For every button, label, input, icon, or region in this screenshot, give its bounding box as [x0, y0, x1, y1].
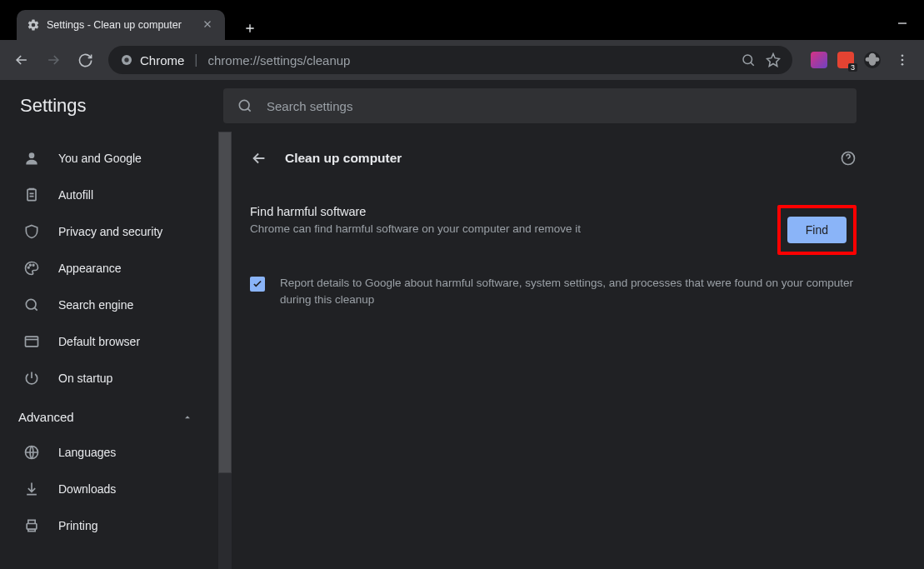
svg-point-2 — [743, 55, 752, 64]
sidebar-item-languages[interactable]: Languages — [0, 434, 217, 471]
page-content: Settings You and Google Autof — [0, 80, 924, 569]
bookmark-star-icon[interactable] — [766, 52, 781, 67]
report-details-row[interactable]: Report details to Google about harmful s… — [250, 270, 857, 314]
find-harmful-sub: Chrome can find harmful software on your… — [250, 222, 581, 237]
sidebar-item-label: Printing — [58, 519, 97, 532]
chip-separator: | — [194, 52, 197, 67]
extensions-area: 3 — [811, 52, 881, 68]
find-button[interactable]: Find — [787, 217, 847, 243]
report-checkbox-label: Report details to Google about harmful s… — [280, 275, 857, 309]
svg-rect-13 — [26, 337, 38, 347]
sidebar-item-downloads[interactable]: Downloads — [0, 471, 217, 507]
settings-search-input[interactable] — [267, 99, 843, 113]
url-text: chrome://settings/cleanup — [208, 53, 351, 67]
browser-icon — [23, 333, 40, 350]
svg-point-12 — [26, 299, 36, 309]
site-chip: Chrome — [120, 53, 184, 67]
settings-main: Clean up computer Find harmful software … — [232, 132, 924, 569]
palette-icon — [23, 260, 40, 277]
advanced-label: Advanced — [18, 410, 74, 424]
power-icon — [23, 370, 40, 387]
browser-titlebar: Settings - Clean up computer — [0, 0, 924, 40]
svg-point-10 — [30, 264, 32, 266]
sidebar-advanced-toggle[interactable]: Advanced — [0, 397, 217, 434]
svg-point-6 — [239, 100, 249, 110]
extension-1[interactable] — [811, 52, 827, 68]
nav-forward-button[interactable] — [40, 47, 67, 73]
sidebar-item-on-startup[interactable]: On startup — [0, 360, 217, 397]
browser-toolbar: Chrome | chrome://settings/cleanup 3 — [0, 40, 924, 80]
clipboard-icon — [23, 187, 40, 203]
section-header: Clean up computer — [245, 132, 862, 185]
sidebar-item-label: Privacy and security — [58, 225, 162, 238]
sidebar-item-default-browser[interactable]: Default browser — [0, 323, 217, 360]
window-controls — [897, 18, 917, 40]
find-harmful-row: Find harmful software Chrome can find ha… — [250, 195, 857, 270]
svg-point-4 — [902, 59, 904, 62]
address-bar[interactable]: Chrome | chrome://settings/cleanup — [108, 46, 792, 74]
site-chip-label: Chrome — [140, 53, 184, 67]
svg-point-7 — [29, 152, 35, 158]
browser-menu-button[interactable] — [889, 47, 916, 73]
extension-badge: 3 — [848, 63, 857, 72]
find-button-highlight: Find — [777, 205, 857, 255]
shield-icon — [23, 223, 40, 240]
globe-icon — [23, 444, 40, 461]
section-title: Clean up computer — [285, 151, 823, 166]
person-icon — [23, 150, 40, 167]
report-checkbox[interactable] — [250, 277, 265, 292]
sidebar-item-printing[interactable]: Printing — [0, 507, 217, 544]
sidebar-scrollbar-thumb[interactable] — [218, 132, 232, 473]
find-harmful-heading: Find harmful software — [250, 205, 581, 218]
sidebar-item-label: Downloads — [58, 482, 116, 496]
gear-icon — [27, 18, 40, 32]
sidebar-item-you-and-google[interactable]: You and Google — [0, 140, 217, 177]
sidebar-item-autofill[interactable]: Autofill — [0, 177, 217, 213]
sidebar-scrollbar-track[interactable] — [218, 132, 232, 569]
settings-sidebar: You and Google Autofill Privacy and secu… — [0, 132, 232, 569]
sidebar-item-label: Languages — [58, 446, 116, 459]
search-icon[interactable] — [741, 52, 756, 67]
section-back-button[interactable] — [250, 149, 268, 167]
svg-point-1 — [124, 57, 128, 62]
extension-3[interactable] — [864, 52, 881, 68]
reload-button[interactable] — [72, 47, 98, 73]
svg-point-9 — [27, 267, 29, 268]
search-icon — [23, 297, 40, 313]
printer-icon — [23, 517, 40, 534]
new-tab-button[interactable] — [238, 17, 262, 40]
nav-back-button[interactable] — [8, 47, 35, 73]
sidebar-item-label: Default browser — [58, 335, 140, 348]
sidebar-item-label: Autofill — [58, 188, 93, 202]
svg-rect-8 — [27, 189, 36, 200]
minimize-button[interactable] — [897, 18, 907, 28]
tab-title: Settings - Clean up computer — [47, 19, 195, 31]
sidebar-item-label: Search engine — [58, 298, 133, 312]
chrome-icon — [120, 53, 133, 67]
settings-header: Settings — [0, 80, 924, 132]
svg-point-5 — [902, 63, 904, 66]
sidebar-item-label: On startup — [58, 372, 112, 385]
settings-title: Settings — [0, 80, 217, 132]
svg-point-11 — [32, 264, 34, 266]
help-icon[interactable] — [840, 150, 857, 167]
sidebar-item-label: You and Google — [58, 152, 142, 165]
svg-rect-15 — [27, 524, 37, 530]
sidebar-item-label: Appearance — [58, 262, 122, 275]
browser-tab[interactable]: Settings - Clean up computer — [17, 10, 225, 40]
sidebar-item-appearance[interactable]: Appearance — [0, 250, 217, 287]
extension-2[interactable]: 3 — [837, 52, 854, 68]
close-icon[interactable] — [202, 18, 215, 32]
sidebar-item-search-engine[interactable]: Search engine — [0, 287, 217, 323]
search-icon — [237, 97, 253, 114]
settings-search[interactable] — [223, 88, 857, 123]
svg-point-3 — [902, 54, 904, 57]
sidebar-item-privacy[interactable]: Privacy and security — [0, 213, 217, 250]
chevron-up-icon — [182, 412, 193, 423]
download-icon — [23, 481, 40, 497]
